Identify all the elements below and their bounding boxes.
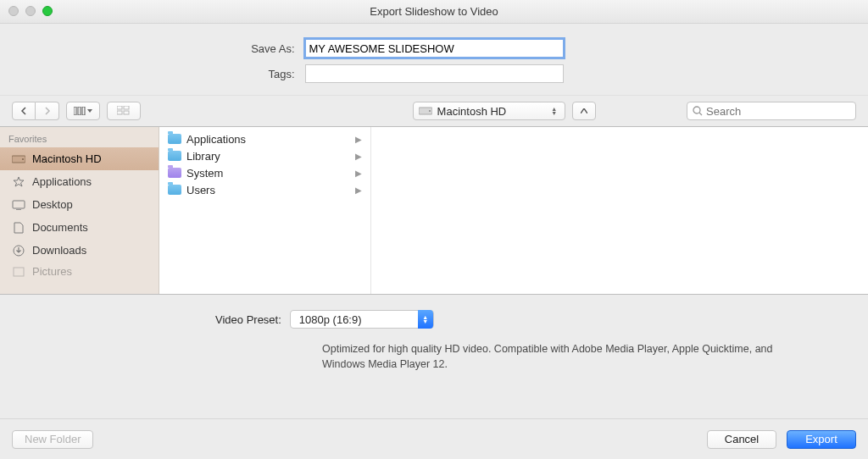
folder-library[interactable]: Library ▶ [159, 147, 370, 164]
hdd-icon [419, 106, 432, 116]
updown-icon: ▲▼ [549, 107, 559, 115]
zoom-window-button[interactable] [42, 6, 53, 16]
titlebar: Export Slideshow to Video [0, 0, 868, 24]
save-as-label: Save As: [19, 42, 298, 55]
sidebar-item-label: Applications [32, 175, 92, 188]
window-title: Export Slideshow to Video [370, 5, 498, 18]
file-browser: Favorites Macintosh HD Applications Desk… [0, 127, 868, 295]
options-panel: Video Preset: 1080p (16:9) ▲▼ Optimized … [0, 295, 868, 385]
window-controls [8, 6, 53, 16]
chevron-right-icon: ▶ [355, 135, 362, 144]
close-window-button[interactable] [8, 6, 19, 16]
svg-point-9 [693, 107, 700, 113]
folder-system[interactable]: System ▶ [159, 164, 370, 181]
new-folder-button[interactable]: New Folder [12, 430, 93, 449]
collapse-button[interactable] [572, 102, 596, 120]
chevron-right-icon: ▶ [355, 185, 362, 195]
sidebar-item-downloads[interactable]: Downloads [0, 239, 159, 262]
chevron-right-icon: ▶ [355, 152, 362, 161]
sidebar-item-label: Desktop [32, 198, 73, 211]
minimize-window-button[interactable] [25, 6, 36, 16]
hdd-icon [12, 152, 25, 166]
tags-label: Tags: [19, 68, 298, 80]
applications-icon [12, 175, 25, 189]
svg-rect-4 [124, 106, 129, 109]
pictures-icon [12, 265, 25, 279]
svg-rect-13 [13, 201, 25, 208]
folder-label: Users [186, 184, 215, 196]
folder-label: System [186, 167, 223, 180]
svg-line-10 [699, 113, 702, 115]
location-label: Macintosh HD [437, 105, 507, 118]
sidebar-item-desktop[interactable]: Desktop [0, 193, 159, 216]
svg-rect-3 [117, 106, 122, 109]
sidebar-item-applications[interactable]: Applications [0, 170, 159, 193]
svg-rect-2 [82, 107, 85, 115]
video-preset-value: 1080p (16:9) [299, 313, 362, 326]
nav-back-forward [12, 102, 59, 120]
documents-icon [12, 221, 25, 235]
view-mode-button[interactable] [66, 102, 100, 120]
folder-applications[interactable]: Applications ▶ [159, 130, 370, 147]
desktop-icon [12, 198, 25, 212]
svg-rect-16 [14, 268, 24, 276]
forward-button[interactable] [36, 102, 59, 120]
search-input[interactable] [706, 105, 850, 118]
dialog-footer: New Folder Cancel Export [0, 418, 868, 459]
sidebar-item-label: Downloads [32, 244, 86, 257]
sidebar-item-macintosh-hd[interactable]: Macintosh HD [0, 147, 159, 170]
grid-icon [117, 106, 131, 116]
folder-icon [168, 134, 181, 144]
chevron-right-icon: ▶ [355, 169, 362, 178]
column-view: Applications ▶ Library ▶ System ▶ Users … [159, 127, 371, 294]
folder-label: Applications [186, 133, 246, 146]
svg-point-12 [22, 158, 24, 160]
export-button[interactable]: Export [787, 430, 856, 449]
finder-toolbar: Macintosh HD ▲▼ [0, 95, 868, 127]
svg-rect-6 [124, 111, 129, 114]
search-field[interactable] [687, 102, 856, 120]
sidebar-item-label: Pictures [32, 265, 72, 278]
svg-point-8 [429, 110, 431, 112]
svg-rect-5 [117, 111, 122, 114]
search-icon [693, 106, 703, 116]
sidebar-item-label: Documents [32, 221, 88, 234]
folder-users[interactable]: Users ▶ [159, 181, 370, 198]
video-preset-label: Video Preset: [215, 313, 281, 326]
video-preset-popup[interactable]: 1080p (16:9) ▲▼ [290, 310, 434, 329]
sidebar-header: Favorites [0, 132, 159, 147]
sidebar-item-pictures[interactable]: Pictures [0, 260, 159, 283]
chevron-up-icon [581, 108, 587, 113]
folder-icon [168, 168, 181, 178]
chevron-down-icon [87, 109, 92, 113]
back-button[interactable] [12, 102, 36, 120]
save-form: Save As: Tags: [0, 24, 868, 95]
group-button[interactable] [107, 102, 141, 120]
folder-icon [168, 185, 181, 195]
save-as-input[interactable] [305, 39, 564, 58]
sidebar: Favorites Macintosh HD Applications Desk… [0, 127, 159, 294]
cancel-button[interactable]: Cancel [707, 430, 776, 449]
downloads-icon [12, 244, 25, 257]
location-popup[interactable]: Macintosh HD ▲▼ [413, 102, 565, 120]
video-preset-description: Optimized for high quality HD video. Com… [0, 329, 868, 375]
svg-rect-1 [78, 107, 81, 115]
tags-input[interactable] [305, 64, 564, 83]
sidebar-item-documents[interactable]: Documents [0, 216, 159, 239]
updown-icon: ▲▼ [418, 310, 433, 329]
svg-rect-0 [74, 107, 76, 115]
folder-icon [168, 151, 181, 161]
sidebar-item-label: Macintosh HD [32, 152, 102, 165]
folder-label: Library [186, 150, 220, 163]
